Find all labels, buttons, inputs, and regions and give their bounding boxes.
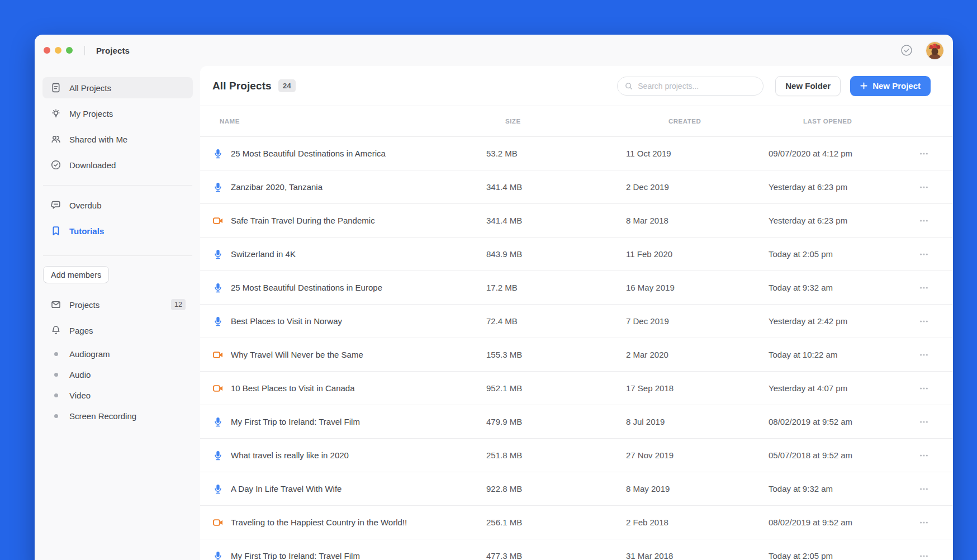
column-header-size[interactable]: Size [486,118,626,125]
table-row[interactable]: 25 Most Beautiful Destinations in Americ… [200,137,953,170]
project-size: 155.3 MB [486,350,626,359]
column-header-last-opened[interactable]: Last Opened [769,118,897,125]
project-created: 2 Dec 2019 [626,182,769,192]
sidebar-item-all-projects[interactable]: All Projects [42,77,193,98]
microphone-icon [212,483,224,495]
project-list: 25 Most Beautiful Destinations in Americ… [200,137,953,560]
sync-status-icon[interactable] [900,44,913,57]
table-row[interactable]: Why Travel Will Never be the Same 155.3 … [200,338,953,372]
bookmark-icon [50,225,61,236]
project-last-opened: Today at 10:22 am [769,350,897,359]
zoom-button[interactable] [66,47,73,54]
project-last-opened: Today at 9:32 am [769,484,897,493]
sidebar-item-video[interactable]: Video [42,387,193,404]
sidebar-item-screen-recording[interactable]: Screen Recording [42,407,193,424]
sidebar-item-pages[interactable]: Pages [42,320,193,341]
microphone-icon [212,416,224,428]
sidebar-item-tutorials[interactable]: Tutorials [42,220,193,241]
sidebar: All Projects My Projects Shared with Me … [35,66,200,560]
column-header-name[interactable]: Name [212,118,486,125]
add-members-button[interactable]: Add members [43,266,109,283]
microphone-icon [212,182,224,193]
main-panel: All Projects 24 New Folder New Project N… [200,66,953,560]
table-header: Name Size Created Last Opened [200,106,953,137]
row-menu-button[interactable] [917,179,931,195]
row-menu-button[interactable] [917,246,931,262]
new-folder-button[interactable]: New Folder [775,76,841,96]
table-row[interactable]: Traveling to the Happiest Country in the… [200,506,953,539]
project-created: 8 Jul 2019 [626,417,769,426]
document-icon [50,82,61,93]
microphone-icon [212,182,224,193]
search-box[interactable] [617,77,763,96]
table-row[interactable]: 10 Best Places to Visit in Canada 952.1 … [200,372,953,405]
bullet-icon [54,393,58,397]
row-menu-button[interactable] [917,213,931,229]
ellipsis-icon [918,215,929,226]
ellipsis-icon [918,182,929,193]
table-row[interactable]: My First Trip to Ireland: Travel Film 47… [200,539,953,560]
sidebar-item-label: Downloaded [69,160,116,170]
row-menu-button[interactable] [917,381,931,396]
row-menu-button[interactable] [917,280,931,296]
bookmark-icon [50,225,61,236]
ellipsis-icon [918,450,929,461]
row-menu-button[interactable] [917,448,931,463]
table-row[interactable]: My First Trip to Ireland: Travel Film 47… [200,405,953,439]
project-created: 2 Feb 2018 [626,518,769,527]
ellipsis-icon [918,349,929,360]
row-menu-button[interactable] [917,481,931,497]
video-camera-icon [212,215,224,226]
table-row[interactable]: What travel is really like in 2020 251.8… [200,439,953,472]
sidebar-item-label: All Projects [69,83,111,93]
project-name: 25 Most Beautiful Destinations in Europe [231,283,382,292]
sidebar-item-my-projects[interactable]: My Projects [42,103,193,124]
row-menu-button[interactable] [917,515,931,530]
row-menu-button[interactable] [917,314,931,329]
sidebar-item-label: Projects [69,300,99,310]
table-row[interactable]: Switzerland in 4K 843.9 MB 11 Feb 2020 T… [200,238,953,271]
table-row[interactable]: Safe Train Travel During the Pandemic 34… [200,204,953,238]
document-icon [50,82,61,93]
avatar[interactable] [926,42,943,59]
row-menu-button[interactable] [917,414,931,430]
row-menu-button[interactable] [917,548,931,560]
row-menu-button[interactable] [917,347,931,363]
table-row[interactable]: Zanzibar 2020, Tanzania 341.4 MB 2 Dec 2… [200,170,953,204]
row-menu-button[interactable] [917,146,931,162]
microphone-icon [212,249,224,260]
sidebar-item-downloaded[interactable]: Downloaded [42,154,193,175]
project-last-opened: Yesterday at 4:07 pm [769,383,897,393]
project-last-opened: 09/07/2020 at 4:12 pm [769,149,897,158]
sidebar-item-overdub[interactable]: Overdub [42,194,193,216]
page-title: All Projects [212,80,272,92]
close-button[interactable] [44,47,50,54]
project-size: 479.9 MB [486,417,626,426]
project-name: Switzerland in 4K [231,249,296,259]
table-row[interactable]: Best Places to Visit in Norway 72.4 MB 7… [200,305,953,338]
titlebar-divider [84,46,85,55]
sidebar-item-shared-with-me[interactable]: Shared with Me [42,129,193,150]
microphone-icon [212,148,224,159]
envelope-icon [50,299,61,310]
ellipsis-icon [918,249,929,260]
project-size: 843.9 MB [486,249,626,259]
microphone-icon [212,316,224,327]
minimize-button[interactable] [55,47,61,54]
table-row[interactable]: A Day In Life Travel With Wife 922.8 MB … [200,472,953,506]
sidebar-divider [43,185,192,186]
sidebar-item-label: Pages [69,326,93,335]
new-project-button[interactable]: New Project [850,76,931,96]
search-input[interactable] [638,82,757,91]
sidebar-item-projects[interactable]: Projects 12 [42,294,193,315]
microphone-icon [212,550,224,560]
microphone-icon [212,550,224,560]
sidebar-item-audio[interactable]: Audio [42,366,193,383]
column-header-created[interactable]: Created [626,118,769,125]
project-name: A Day In Life Travel With Wife [231,484,342,493]
project-last-opened: Yesterday at 6:23 pm [769,182,897,192]
sidebar-item-audiogram[interactable]: Audiogram [42,345,193,362]
app-window: Projects All Projects My Projects Shared… [35,35,953,560]
table-row[interactable]: 25 Most Beautiful Destinations in Europe… [200,271,953,305]
project-created: 2 Mar 2020 [626,350,769,359]
